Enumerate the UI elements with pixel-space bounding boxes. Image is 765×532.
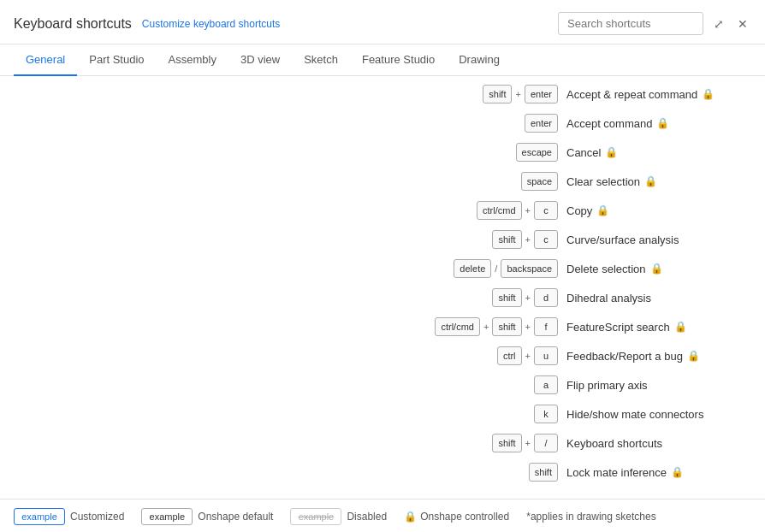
legend-default: example Onshape default (141, 508, 273, 525)
key-separator: + (482, 322, 490, 332)
tab-assembly[interactable]: Assembly (157, 44, 228, 76)
key-badge: backspace (501, 259, 558, 278)
key-badge: delete (454, 259, 491, 278)
shortcut-row: aFlip primary axis (0, 370, 765, 399)
legend-customized: example Customized (14, 508, 124, 525)
shortcut-keys: shift (421, 463, 558, 482)
action-label: Accept command🔒 (566, 117, 738, 130)
key-separator: + (524, 205, 532, 216)
shortcut-row: shift+enterAccept & repeat command🔒 (0, 80, 765, 109)
key-badge: escape (516, 143, 558, 162)
lock-icon: 🔒 (671, 466, 684, 478)
key-badge: shift (483, 85, 512, 103)
shortcut-keys: enter (421, 114, 558, 133)
action-label: Clear selection🔒 (566, 175, 738, 188)
shortcut-row: shift+dDihedral analysis (0, 283, 765, 312)
action-label: Dihedral analysis (566, 292, 738, 304)
key-badge: / (534, 434, 558, 452)
shortcut-row: ctrl/cmd+cCopy🔒 (0, 196, 765, 225)
header-right: ⤢ ✕ (558, 12, 751, 35)
key-separator: + (513, 89, 522, 99)
lock-icon: 🔒 (687, 350, 700, 362)
shortcut-keys: shift+c (421, 230, 558, 249)
lock-icon: 🔒 (702, 88, 715, 100)
key-badge: ctrl (497, 346, 522, 365)
tab-feature-studio[interactable]: Feature Studio (350, 44, 447, 76)
action-label: Keyboard shortcuts (566, 437, 738, 450)
key-badge: shift (492, 317, 521, 336)
key-separator: + (524, 438, 532, 448)
key-separator: + (524, 293, 532, 303)
key-badge: a (534, 375, 558, 394)
shortcut-row: kHide/show mate connectors (0, 399, 765, 429)
key-badge: c (534, 230, 558, 249)
shortcut-keys: ctrl/cmd+c (421, 201, 558, 220)
legend-customized-label: Customized (70, 511, 124, 523)
action-label: FeatureScript search🔒 (566, 321, 738, 334)
header: Keyboard shortcuts Customize keyboard sh… (0, 0, 765, 44)
shortcut-row: ctrl+uFeedback/Report a bug🔒 (0, 341, 765, 370)
legend-key-disabled: example (290, 508, 341, 525)
lock-icon: 🔒 (605, 146, 618, 158)
key-badge: shift (529, 463, 558, 482)
shortcut-keys: delete/backspace (421, 259, 558, 278)
tab-sketch[interactable]: Sketch (292, 44, 350, 76)
shortcut-row: delete/backspaceDelete selection🔒 (0, 254, 765, 283)
key-separator: + (524, 322, 532, 332)
action-label: Curve/surface analysis (566, 233, 738, 246)
close-button[interactable]: ✕ (734, 15, 751, 33)
legend-key-default: example (141, 508, 193, 525)
shortcut-keys: escape (421, 143, 558, 162)
shortcut-row: spaceClear selection🔒 (0, 167, 765, 196)
header-left: Keyboard shortcuts Customize keyboard sh… (14, 16, 280, 32)
shortcut-keys: shift+d (421, 288, 558, 307)
tab-drawing[interactable]: Drawing (447, 44, 512, 76)
action-label: Flip primary axis (566, 379, 738, 392)
key-badge: c (534, 201, 558, 220)
tab-3d-view[interactable]: 3D view (228, 44, 292, 76)
tab-general[interactable]: General (14, 44, 77, 76)
lock-icon: 🔒 (644, 175, 657, 187)
key-badge: shift (492, 230, 521, 249)
key-badge: ctrl/cmd (435, 317, 480, 336)
shortcut-keys: k (421, 405, 558, 423)
asterisk-note: *applies in drawing sketches (526, 511, 655, 523)
legend-controlled: 🔒 Onshape controlled (404, 511, 509, 523)
action-label: Delete selection🔒 (566, 263, 738, 275)
shortcut-keys: shift+enter (421, 85, 558, 103)
shortcuts-list: shift+enterAccept & repeat command🔒enter… (0, 76, 765, 499)
search-input[interactable] (558, 12, 703, 35)
lock-icon: 🔒 (674, 321, 687, 333)
shortcut-row: ctrl/cmd+shift+fFeatureScript search🔒 (0, 312, 765, 341)
content-area: shift+enterAccept & repeat command🔒enter… (0, 76, 765, 499)
expand-button[interactable]: ⤢ (710, 15, 727, 33)
customize-link[interactable]: Customize keyboard shortcuts (142, 18, 280, 30)
action-label: Cancel🔒 (566, 146, 738, 159)
page-title: Keyboard shortcuts (14, 16, 132, 32)
legend-disabled-label: Disabled (347, 511, 387, 523)
key-badge: f (534, 317, 558, 336)
shortcut-keys: space (421, 172, 558, 191)
legend-default-label: Onshape default (198, 511, 273, 523)
key-badge: enter (525, 85, 558, 103)
action-label: Lock mate inference🔒 (566, 466, 738, 479)
action-label: Feedback/Report a bug🔒 (566, 350, 738, 363)
key-badge: space (521, 172, 558, 191)
action-label: Copy🔒 (566, 204, 738, 217)
key-badge: k (534, 405, 558, 423)
key-separator: / (493, 263, 499, 274)
action-label: Accept & repeat command🔒 (566, 88, 738, 101)
tab-part-studio[interactable]: Part Studio (77, 44, 156, 76)
key-badge: ctrl/cmd (477, 201, 522, 220)
key-badge: enter (525, 114, 558, 133)
shortcut-row: enterAccept command🔒 (0, 109, 765, 138)
legend-disabled: example Disabled (290, 508, 387, 525)
key-badge: u (534, 346, 558, 365)
shortcut-keys: shift+/ (421, 434, 558, 452)
key-badge: d (534, 288, 558, 307)
footer: example Customized example Onshape defau… (0, 499, 765, 532)
key-badge: shift (492, 434, 521, 452)
shortcut-keys: ctrl+u (421, 346, 558, 365)
shortcut-row: shiftLock mate inference🔒 (0, 458, 765, 487)
lock-icon: 🔒 (650, 263, 663, 275)
